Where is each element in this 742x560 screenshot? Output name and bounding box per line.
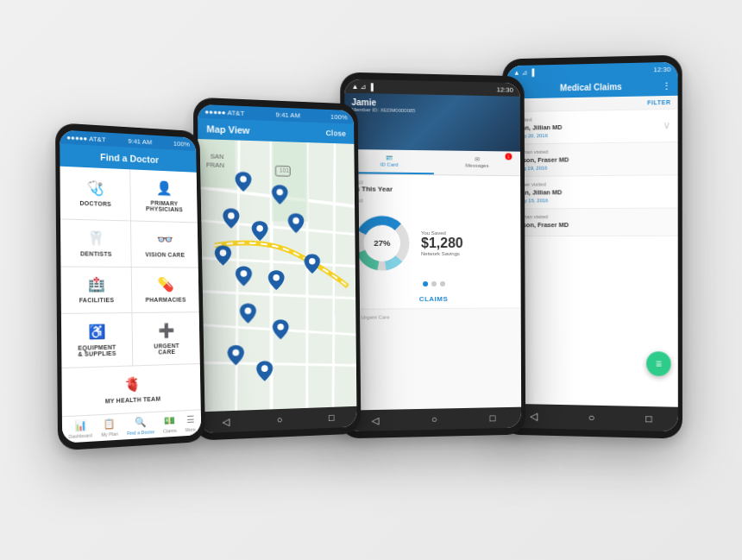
fab-icon: ≡ — [656, 357, 662, 369]
claim-doctor-1: Chan, Jillian MD — [513, 122, 671, 132]
nav-claims[interactable]: 💵 Claims — [163, 414, 177, 433]
menu-urgent[interactable]: ➕ URGENTCARE — [132, 312, 199, 365]
time-phone4: 12:30 — [653, 65, 670, 72]
tab-messages[interactable]: ✉ Messages 1 — [433, 150, 520, 175]
savings-label: Network Savings — [421, 250, 463, 255]
dentists-label: DENTISTS — [80, 250, 112, 256]
claims-label: Claims — [163, 427, 177, 433]
doctors-icon: 🩺 — [86, 179, 104, 197]
menu-health-team[interactable]: 🫀 MY HEALTH TEAM — [61, 364, 200, 416]
health-team-icon: 🫀 — [124, 375, 141, 393]
page-dots — [344, 277, 520, 290]
svg-text:101: 101 — [280, 167, 289, 173]
claim-item-2[interactable]: jonathan visited Nelson, Fraser MD ● Aug… — [506, 142, 678, 177]
donut-percent: 27% — [374, 238, 391, 248]
equipment-label: EQUIPMENT& SUPPLIES — [78, 343, 116, 356]
urgent-icon: ➕ — [158, 322, 174, 338]
dashboard-label: Dashboard — [68, 432, 91, 439]
recents-btn-phone4[interactable]: □ — [645, 412, 651, 425]
carrier-phone2: ●●●●● AT&T — [204, 107, 244, 116]
nav-more[interactable]: ☰ More — [185, 413, 195, 432]
pharmacies-label: PHARMACIES — [146, 297, 186, 303]
doctors-label: DOCTORS — [79, 200, 111, 207]
claim-person-4: jonathan visited — [512, 213, 670, 219]
claims-list: a visited Chan, Jillian MD ● Sep 20, 201… — [506, 109, 678, 406]
svg-text:FRAN: FRAN — [206, 160, 224, 169]
recents-btn-phone3[interactable]: □ — [490, 412, 496, 423]
map-close-button[interactable]: Close — [326, 129, 346, 138]
claim-date-2: ● Aug 19, 2016 — [513, 164, 671, 171]
time-phone1: 9:41 AM — [128, 136, 152, 145]
facilities-icon: 🏥 — [88, 276, 105, 293]
nav-my-plan[interactable]: 📋 My Plan — [101, 418, 118, 437]
dentists-icon: 🦷 — [87, 229, 104, 245]
time-phone3: 12:30 — [496, 85, 513, 92]
phones-container: ●●●●● AT&T 9:41 AM 100% Find a Doctor 🩺 … — [43, 30, 699, 531]
more-options-icon[interactable]: ⋮ — [662, 80, 670, 90]
phone3-header: Jamie Member ID: XEDM0000085 — [344, 92, 520, 151]
my-plan-icon: 📋 — [104, 418, 116, 430]
menu-vision[interactable]: 👓 VISION CARE — [131, 221, 198, 267]
claim-item-4[interactable]: jonathan visited Nelson, Fraser MD — [506, 208, 677, 236]
battery-phone1: 100% — [173, 139, 190, 148]
expand-icon-1[interactable]: ∨ — [663, 119, 670, 131]
urgent-care-section: 📍 Urgent Care — [344, 307, 521, 410]
claim-date-3: ● May 15, 2016 — [512, 197, 670, 203]
donut-section: 27% You Saved $1,280 Network Savings — [344, 208, 520, 278]
claims-date: 2016 — [351, 198, 513, 204]
primary-label: PRIMARYPHYSICIANS — [146, 199, 183, 212]
signal-phone4: ▲ ⊿ ▐ — [513, 67, 534, 75]
donut-chart-svg: 27% — [351, 212, 412, 274]
claim-item-3[interactable]: heather visited Chan, Jillian MD ● May 1… — [506, 175, 678, 209]
phone-find-doctor: ●●●●● AT&T 9:41 AM 100% Find a Doctor 🩺 … — [55, 123, 205, 450]
my-plan-label: My Plan — [101, 431, 118, 437]
phone-map-view: ●●●●● AT&T 9:41 AM 100% Map View Close — [193, 97, 361, 440]
home-btn-phone4[interactable]: ○ — [588, 411, 594, 423]
home-btn-phone2[interactable]: ○ — [277, 413, 283, 424]
claim-person-2: jonathan visited — [513, 148, 671, 154]
claims-list-header: ☰ Medical Claims ⋮ — [506, 75, 678, 98]
recents-btn-phone2[interactable]: □ — [329, 412, 335, 422]
menu-doctors[interactable]: 🩺 DOCTORS — [60, 166, 130, 220]
more-icon: ☰ — [186, 413, 195, 425]
find-doctor-nav-label: Find a Doctor — [127, 429, 154, 436]
fab-button[interactable]: ≡ — [646, 351, 670, 376]
claim-item-1[interactable]: a visited Chan, Jillian MD ● Sep 20, 201… — [506, 109, 678, 144]
you-saved-label: You Saved — [421, 230, 463, 235]
pharmacies-icon: 💊 — [157, 276, 173, 293]
phone-claims-list: ▲ ⊿ ▐ 12:30 ☰ Medical Claims ⋮ FILTER a … — [501, 54, 682, 438]
phone-dashboard: ▲ ⊿ ▐ 12:30 Jamie Member ID: XEDM0000085… — [340, 72, 525, 438]
claim-date-1: ● Sep 20, 2016 — [513, 131, 671, 139]
menu-dentists[interactable]: 🦷 DENTISTS — [60, 219, 131, 266]
back-btn-phone2[interactable]: ◁ — [223, 415, 230, 427]
more-label: More — [186, 426, 196, 432]
urgent-label: URGENTCARE — [154, 343, 179, 356]
savings-amount: $1,280 — [421, 235, 463, 250]
find-doctor-grid: 🩺 DOCTORS 👤 PRIMARYPHYSICIANS 🦷 DENTISTS… — [60, 166, 200, 416]
message-badge: 1 — [506, 153, 512, 160]
savings-info: You Saved $1,280 Network Savings — [421, 230, 463, 255]
svg-rect-12 — [272, 140, 308, 222]
menu-pharmacies[interactable]: 💊 PHARMACIES — [132, 267, 199, 312]
claims-icon: 💵 — [164, 414, 175, 426]
equipment-icon: ♿ — [88, 323, 105, 340]
claim-person-3: heather visited — [512, 180, 670, 186]
claims-button[interactable]: CLAIMS — [344, 289, 521, 308]
back-btn-phone3[interactable]: ◁ — [371, 414, 378, 425]
bottom-bar-phone4: ◁ ○ □ — [506, 403, 678, 431]
home-btn-phone3[interactable]: ○ — [431, 413, 437, 424]
bottom-bar-phone3: ◁ ○ □ — [344, 406, 521, 431]
claims-section: 2010 ns This Year 2016 — [344, 174, 520, 209]
medical-claims-title: Medical Claims — [560, 82, 622, 92]
back-btn-phone4[interactable]: ◁ — [531, 410, 538, 422]
menu-equipment[interactable]: ♿ EQUIPMENT& SUPPLIES — [61, 313, 132, 368]
health-team-label: MY HEALTH TEAM — [105, 395, 161, 404]
menu-facilities[interactable]: 🏥 FACILITIES — [60, 267, 131, 313]
filter-button[interactable]: FILTER — [647, 98, 670, 104]
nav-find-doctor[interactable]: 🔍 Find a Doctor — [127, 416, 154, 436]
nav-dashboard[interactable]: 📊 Dashboard — [68, 418, 92, 438]
dot-2 — [431, 281, 437, 286]
map-area[interactable]: SAN FRAN 101 — [198, 139, 356, 412]
menu-primary[interactable]: 👤 PRIMARYPHYSICIANS — [130, 169, 198, 222]
phone3-tabs: 🪪 ID Card ✉ Messages 1 — [344, 148, 520, 175]
